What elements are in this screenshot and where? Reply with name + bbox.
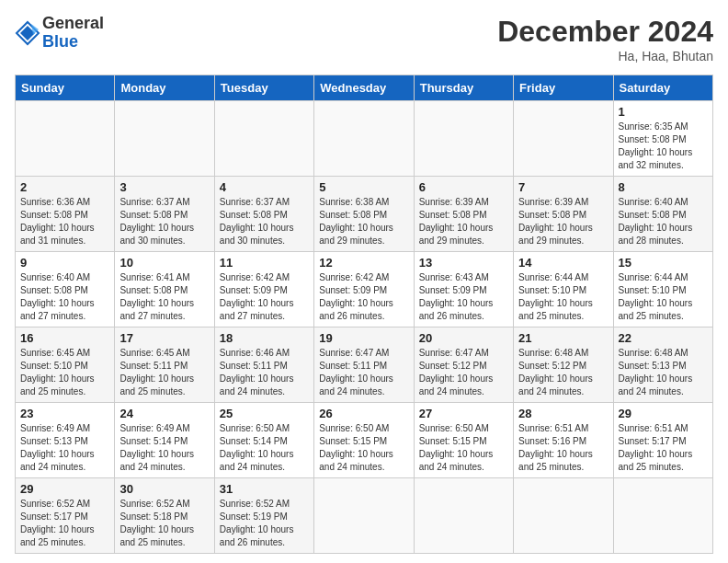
day-header-friday: Friday [514, 75, 613, 101]
day-number: 16 [20, 331, 109, 345]
day-info: Sunrise: 6:51 AMSunset: 5:16 PMDaylight:… [518, 422, 608, 474]
calendar-week-2: 2Sunrise: 6:36 AMSunset: 5:08 PMDaylight… [16, 177, 713, 252]
calendar-week-5: 23Sunrise: 6:49 AMSunset: 5:13 PMDayligh… [16, 403, 713, 478]
calendar-cell: 16Sunrise: 6:45 AMSunset: 5:10 PMDayligh… [16, 327, 115, 403]
day-info: Sunrise: 6:35 AMSunset: 5:08 PMDaylight:… [619, 121, 708, 172]
logo-general: General [42, 15, 104, 33]
calendar-cell: 12Sunrise: 6:42 AMSunset: 5:09 PMDayligh… [314, 252, 414, 327]
calendar-week-3: 9Sunrise: 6:40 AMSunset: 5:08 PMDaylight… [16, 252, 713, 327]
calendar-cell: 15Sunrise: 6:44 AMSunset: 5:10 PMDayligh… [613, 252, 712, 327]
day-info: Sunrise: 6:52 AMSunset: 5:17 PMDaylight:… [20, 498, 109, 549]
day-number: 1 [619, 105, 708, 119]
logo-icon [15, 20, 40, 46]
day-number: 31 [220, 482, 309, 496]
day-number: 27 [419, 407, 508, 420]
day-number: 11 [220, 256, 309, 270]
calendar-cell [414, 478, 513, 554]
day-header-monday: Monday [115, 75, 214, 101]
day-number: 23 [20, 407, 109, 420]
day-info: Sunrise: 6:36 AMSunset: 5:08 PMDaylight:… [20, 196, 109, 247]
calendar-cell: 22Sunrise: 6:48 AMSunset: 5:13 PMDayligh… [613, 327, 712, 403]
calendar-cell: 29Sunrise: 6:52 AMSunset: 5:17 PMDayligh… [16, 478, 115, 554]
day-number: 8 [619, 180, 708, 194]
calendar-cell: 11Sunrise: 6:42 AMSunset: 5:09 PMDayligh… [214, 252, 313, 327]
day-info: Sunrise: 6:38 AMSunset: 5:08 PMDaylight:… [319, 196, 408, 247]
day-info: Sunrise: 6:40 AMSunset: 5:08 PMDaylight:… [619, 196, 708, 247]
day-info: Sunrise: 6:44 AMSunset: 5:10 PMDaylight:… [518, 271, 608, 323]
calendar-cell: 5Sunrise: 6:38 AMSunset: 5:08 PMDaylight… [314, 177, 414, 252]
day-info: Sunrise: 6:40 AMSunset: 5:08 PMDaylight:… [20, 271, 109, 323]
day-number: 18 [220, 331, 309, 345]
calendar-cell: 6Sunrise: 6:39 AMSunset: 5:08 PMDaylight… [414, 177, 513, 252]
day-number: 25 [220, 407, 309, 420]
calendar-cell [414, 101, 513, 177]
day-number: 9 [20, 256, 109, 270]
day-info: Sunrise: 6:47 AMSunset: 5:12 PMDaylight:… [419, 347, 508, 398]
day-info: Sunrise: 6:45 AMSunset: 5:11 PMDaylight:… [119, 347, 209, 398]
day-number: 2 [20, 180, 109, 194]
day-number: 14 [518, 256, 608, 270]
calendar-week-6: 29Sunrise: 6:52 AMSunset: 5:17 PMDayligh… [16, 478, 713, 554]
day-info: Sunrise: 6:41 AMSunset: 5:08 PMDaylight:… [119, 271, 209, 323]
day-info: Sunrise: 6:48 AMSunset: 5:12 PMDaylight:… [518, 347, 608, 398]
day-info: Sunrise: 6:43 AMSunset: 5:09 PMDaylight:… [419, 271, 508, 323]
calendar-cell: 26Sunrise: 6:50 AMSunset: 5:15 PMDayligh… [314, 403, 414, 478]
logo-blue: Blue [42, 33, 104, 52]
calendar-cell [514, 101, 613, 177]
day-number: 3 [119, 180, 209, 194]
day-info: Sunrise: 6:46 AMSunset: 5:11 PMDaylight:… [220, 347, 309, 398]
day-number: 26 [319, 407, 408, 420]
calendar-cell: 23Sunrise: 6:49 AMSunset: 5:13 PMDayligh… [16, 403, 115, 478]
day-info: Sunrise: 6:52 AMSunset: 5:19 PMDaylight:… [220, 498, 309, 549]
day-number: 30 [119, 482, 209, 496]
calendar-cell: 10Sunrise: 6:41 AMSunset: 5:08 PMDayligh… [115, 252, 214, 327]
calendar-cell: 8Sunrise: 6:40 AMSunset: 5:08 PMDaylight… [613, 177, 712, 252]
day-number: 12 [319, 256, 408, 270]
day-info: Sunrise: 6:50 AMSunset: 5:14 PMDaylight:… [220, 422, 309, 474]
calendar-cell [115, 101, 214, 177]
logo-text: General Blue [42, 15, 104, 52]
calendar-cell [613, 478, 712, 554]
day-number: 13 [419, 256, 508, 270]
calendar-cell: 25Sunrise: 6:50 AMSunset: 5:14 PMDayligh… [214, 403, 313, 478]
day-info: Sunrise: 6:51 AMSunset: 5:17 PMDaylight:… [619, 422, 708, 474]
title-block: December 2024 Ha, Haa, Bhutan [497, 15, 713, 63]
day-info: Sunrise: 6:45 AMSunset: 5:10 PMDaylight:… [20, 347, 109, 398]
month-title: December 2024 [497, 15, 713, 49]
calendar-cell [214, 101, 313, 177]
day-info: Sunrise: 6:39 AMSunset: 5:08 PMDaylight:… [518, 196, 608, 247]
calendar-cell: 9Sunrise: 6:40 AMSunset: 5:08 PMDaylight… [16, 252, 115, 327]
day-number: 19 [319, 331, 408, 345]
day-number: 17 [119, 331, 209, 345]
day-number: 22 [619, 331, 708, 345]
day-info: Sunrise: 6:39 AMSunset: 5:08 PMDaylight:… [419, 196, 508, 247]
day-info: Sunrise: 6:37 AMSunset: 5:08 PMDaylight:… [220, 196, 309, 247]
day-info: Sunrise: 6:52 AMSunset: 5:18 PMDaylight:… [119, 498, 209, 549]
day-header-sunday: Sunday [16, 75, 115, 101]
calendar-header-row: SundayMondayTuesdayWednesdayThursdayFrid… [16, 75, 713, 101]
day-info: Sunrise: 6:42 AMSunset: 5:09 PMDaylight:… [319, 271, 408, 323]
calendar-cell: 1Sunrise: 6:35 AMSunset: 5:08 PMDaylight… [613, 101, 712, 177]
calendar-cell: 19Sunrise: 6:47 AMSunset: 5:11 PMDayligh… [314, 327, 414, 403]
calendar-cell: 7Sunrise: 6:39 AMSunset: 5:08 PMDaylight… [514, 177, 613, 252]
day-number: 20 [419, 331, 508, 345]
calendar-cell [314, 101, 414, 177]
calendar-cell: 3Sunrise: 6:37 AMSunset: 5:08 PMDaylight… [115, 177, 214, 252]
day-number: 6 [419, 180, 508, 194]
day-info: Sunrise: 6:49 AMSunset: 5:13 PMDaylight:… [20, 422, 109, 474]
calendar-cell: 24Sunrise: 6:49 AMSunset: 5:14 PMDayligh… [115, 403, 214, 478]
calendar-cell [314, 478, 414, 554]
day-header-thursday: Thursday [414, 75, 513, 101]
calendar-cell: 28Sunrise: 6:51 AMSunset: 5:16 PMDayligh… [514, 403, 613, 478]
day-header-wednesday: Wednesday [314, 75, 414, 101]
day-number: 10 [119, 256, 209, 270]
calendar-cell: 21Sunrise: 6:48 AMSunset: 5:12 PMDayligh… [514, 327, 613, 403]
day-number: 21 [518, 331, 608, 345]
calendar-cell: 17Sunrise: 6:45 AMSunset: 5:11 PMDayligh… [115, 327, 214, 403]
day-info: Sunrise: 6:47 AMSunset: 5:11 PMDaylight:… [319, 347, 408, 398]
calendar-cell [16, 101, 115, 177]
day-number: 5 [319, 180, 408, 194]
day-info: Sunrise: 6:50 AMSunset: 5:15 PMDaylight:… [419, 422, 508, 474]
day-number: 28 [518, 407, 608, 420]
calendar-cell [514, 478, 613, 554]
